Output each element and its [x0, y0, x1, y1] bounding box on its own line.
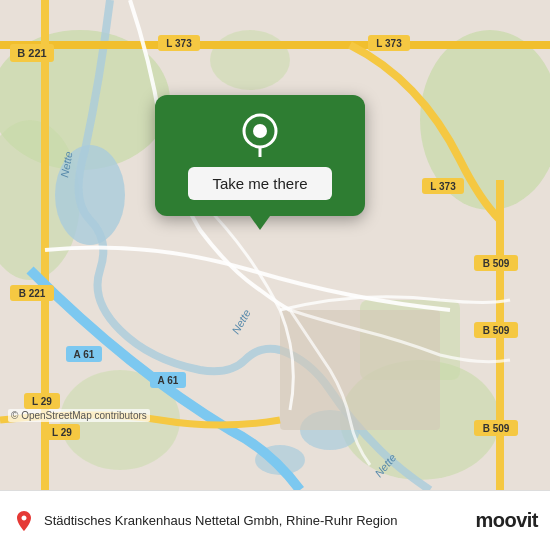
svg-text:B 509: B 509: [483, 325, 510, 336]
svg-text:B 509: B 509: [483, 258, 510, 269]
svg-text:B 509: B 509: [483, 423, 510, 434]
svg-text:L 29: L 29: [32, 396, 52, 407]
svg-text:L 373: L 373: [166, 38, 192, 49]
svg-text:L 29: L 29: [52, 427, 72, 438]
moovit-logo-text: moovit: [475, 509, 538, 532]
take-me-there-button[interactable]: Take me there: [188, 167, 331, 200]
svg-text:B 221: B 221: [17, 47, 46, 59]
location-name-text: Städtisches Krankenhaus Nettetal Gmbh, R…: [44, 513, 475, 528]
location-pin-icon: [238, 113, 282, 157]
moovit-logo: moovit: [475, 509, 538, 532]
svg-rect-11: [280, 310, 440, 430]
copyright-text: © OpenStreetMap contributors: [8, 409, 150, 422]
svg-point-40: [253, 124, 267, 138]
svg-point-6: [210, 30, 290, 90]
map-popup: Take me there: [155, 95, 365, 216]
bottom-location-icon: [12, 509, 36, 533]
svg-text:A 61: A 61: [158, 375, 179, 386]
map-container: B 221 L 373 L 373 L 373 B 509 B 509 B 50…: [0, 0, 550, 490]
svg-text:L 373: L 373: [430, 181, 456, 192]
bottom-bar: Städtisches Krankenhaus Nettetal Gmbh, R…: [0, 490, 550, 550]
svg-text:B 221: B 221: [19, 288, 46, 299]
svg-text:A 61: A 61: [74, 349, 95, 360]
svg-text:L 373: L 373: [376, 38, 402, 49]
